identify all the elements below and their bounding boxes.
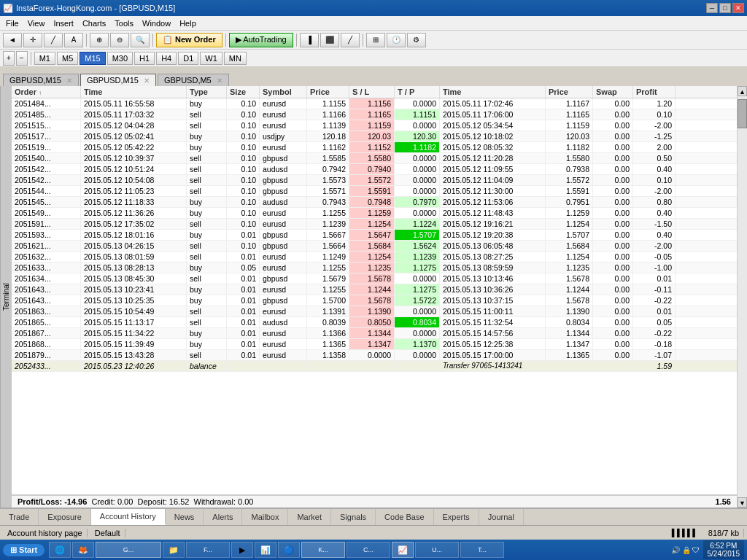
scroll-down-btn[interactable]: ▼ xyxy=(738,497,747,508)
toolbar-btn-3[interactable]: ╱ xyxy=(44,33,63,47)
taskbar-app-c[interactable]: C... xyxy=(347,542,390,558)
table-row[interactable]: 2052433... 2015.05.23 12:40:26 balance T… xyxy=(12,361,737,372)
taskbar-app-mt4[interactable]: 📈 xyxy=(392,542,414,558)
col-sl[interactable]: S / L xyxy=(349,86,395,98)
col-profit[interactable]: Profit xyxy=(633,86,676,98)
col-price2[interactable]: Price xyxy=(546,86,593,98)
taskbar-app-firefox[interactable]: 🦊 xyxy=(72,542,94,558)
table-row[interactable]: 2051517...2015.05.12 05:02:41buy0.10usdj… xyxy=(12,131,737,142)
table-row[interactable]: 2051867...2015.05.15 11:34:22buy0.01euru… xyxy=(12,328,737,339)
tf-m30[interactable]: M30 xyxy=(107,52,133,65)
tab-news[interactable]: News xyxy=(166,509,204,525)
menu-tools[interactable]: Tools xyxy=(110,18,138,29)
tf-h1[interactable]: H1 xyxy=(134,52,155,65)
table-row[interactable]: 2051865...2015.05.15 11:13:17sell0.01aud… xyxy=(12,317,737,328)
tab-mailbox[interactable]: Mailbox xyxy=(242,509,288,525)
close-tab-3-icon[interactable]: ✕ xyxy=(217,77,222,85)
tab-signals[interactable]: Signals xyxy=(331,509,376,525)
table-row[interactable]: 2051593...2015.05.12 18:01:16buy0.01gbpu… xyxy=(12,230,737,241)
chart-tab-1[interactable]: GBPUSD,M15 ✕ xyxy=(3,74,79,86)
table-row[interactable]: 2051634...2015.05.13 08:45:30sell0.01gbp… xyxy=(12,273,737,284)
settings-btn[interactable]: ⚙ xyxy=(407,33,426,47)
close-button[interactable]: ✕ xyxy=(732,3,744,13)
menu-window[interactable]: Window xyxy=(138,18,175,29)
candle-btn[interactable]: ⬛ xyxy=(320,33,339,47)
tab-experts[interactable]: Experts xyxy=(434,509,479,525)
plus-btn[interactable]: + xyxy=(3,51,15,66)
taskbar-app-t[interactable]: T... xyxy=(460,542,504,558)
tab-market[interactable]: Market xyxy=(288,509,331,525)
toolbar-btn-5[interactable]: ⊕ xyxy=(90,33,109,47)
grid-btn[interactable]: ⊞ xyxy=(366,33,385,47)
close-tab-1-icon[interactable]: ✕ xyxy=(66,77,72,85)
taskbar-app-media[interactable]: ▶ xyxy=(231,542,253,558)
toolbar-btn-6[interactable]: ⊖ xyxy=(110,33,129,47)
col-type[interactable]: Type xyxy=(187,86,227,98)
table-row[interactable]: 2051643...2015.05.13 10:25:35buy0.01gbpu… xyxy=(12,295,737,306)
col-tp[interactable]: T / P xyxy=(395,86,440,98)
chart-type-btn[interactable]: ▐ xyxy=(300,33,319,47)
table-row[interactable]: 2051545...2015.05.12 11:18:33buy0.10audu… xyxy=(12,197,737,208)
table-row[interactable]: 2051632...2015.05.13 08:01:59sell0.01eur… xyxy=(12,252,737,262)
table-row[interactable]: 2051544...2015.05.12 11:05:23sell0.10gbp… xyxy=(12,186,737,197)
col-size[interactable]: Size xyxy=(227,86,260,98)
tab-journal[interactable]: Journal xyxy=(479,509,524,525)
table-row[interactable]: 2051485...2015.05.11 17:03:32sell0.10eur… xyxy=(12,109,737,120)
autotrading-button[interactable]: ▶ AutoTrading xyxy=(229,33,293,47)
col-swap[interactable]: Swap xyxy=(593,86,633,98)
col-order[interactable]: Order ↑ xyxy=(12,86,81,98)
taskbar-app-ie[interactable]: 🌐 xyxy=(49,542,71,558)
tf-h4[interactable]: H4 xyxy=(156,52,177,65)
tf-d1[interactable]: D1 xyxy=(178,52,198,65)
menu-help[interactable]: Help xyxy=(175,18,201,29)
tab-account-history[interactable]: Account History xyxy=(91,509,166,525)
new-order-button[interactable]: 📋 New Order xyxy=(156,33,222,47)
menu-file[interactable]: File xyxy=(1,18,23,29)
col-price[interactable]: Price xyxy=(307,86,349,98)
scroll-thumb[interactable] xyxy=(738,99,747,128)
table-row[interactable]: 2051542...2015.05.12 10:54:08sell0.10gbp… xyxy=(12,175,737,186)
taskbar-app-excel[interactable]: 📊 xyxy=(255,542,276,558)
tab-code-base[interactable]: Code Base xyxy=(376,509,433,525)
tf-w1[interactable]: W1 xyxy=(200,52,222,65)
taskbar-app-main[interactable]: G... xyxy=(96,542,161,558)
col-symbol[interactable]: Symbol xyxy=(260,86,307,98)
tab-exposure[interactable]: Exposure xyxy=(39,509,90,525)
minimize-button[interactable]: ─ xyxy=(706,3,718,13)
close-tab-2-icon[interactable]: ✕ xyxy=(144,77,150,85)
scroll-up-btn[interactable]: ▲ xyxy=(738,86,747,96)
chart-tab-2[interactable]: GBPUSD,M15 ✕ xyxy=(80,74,156,86)
line-chart-btn[interactable]: ╱ xyxy=(341,33,360,47)
menu-view[interactable]: View xyxy=(23,18,50,29)
tf-m15[interactable]: M15 xyxy=(80,52,105,65)
taskbar-app-folder[interactable]: 📁 xyxy=(163,542,185,558)
toolbar-btn-7[interactable]: 🔍 xyxy=(131,33,150,47)
table-row[interactable]: 2051540...2015.05.12 10:39:37sell0.10gbp… xyxy=(12,153,737,164)
toolbar-btn-4[interactable]: A xyxy=(64,33,83,47)
toolbar-btn-2[interactable]: ✛ xyxy=(23,33,42,47)
table-row[interactable]: 2051484...2015.05.11 16:55:58buy0.10euru… xyxy=(12,98,737,109)
col-time2[interactable]: Time xyxy=(440,86,546,98)
table-row[interactable]: 2051519...2015.05.12 05:42:22buy0.10euru… xyxy=(12,142,737,153)
maximize-button[interactable]: □ xyxy=(719,3,731,13)
col-time[interactable]: Time xyxy=(81,86,187,98)
table-row[interactable]: 2051542...2015.05.12 10:51:24sell0.10aud… xyxy=(12,164,737,175)
chart-tab-3[interactable]: GBPUSD,M5 ✕ xyxy=(158,74,229,86)
taskbar-app-file[interactable]: F... xyxy=(186,542,230,558)
tab-trade[interactable]: Trade xyxy=(0,509,39,525)
tab-alerts[interactable]: Alerts xyxy=(204,509,242,525)
tf-mn[interactable]: MN xyxy=(224,52,247,65)
table-row[interactable]: 2051633...2015.05.13 08:28:13buy0.05euru… xyxy=(12,262,737,273)
table-row[interactable]: 2051591...2015.05.12 17:35:02sell0.10eur… xyxy=(12,219,737,230)
taskbar-app-u[interactable]: U... xyxy=(415,542,459,558)
tf-m1[interactable]: M1 xyxy=(34,52,55,65)
toolbar-btn-1[interactable]: ◄ xyxy=(3,33,22,47)
table-row[interactable]: 2051515...2015.05.12 04:04:28sell0.10eur… xyxy=(12,120,737,131)
clock-btn[interactable]: 🕐 xyxy=(387,33,406,47)
table-row[interactable]: 2051868...2015.05.15 11:39:49buy0.01euru… xyxy=(12,339,737,350)
table-row[interactable]: 2051643...2015.05.13 10:23:41buy0.01euru… xyxy=(12,284,737,295)
table-row[interactable]: 2051621...2015.05.13 04:26:15sell0.10gbp… xyxy=(12,241,737,252)
table-row[interactable]: 2051863...2015.05.15 10:54:49sell0.01eur… xyxy=(12,306,737,317)
tf-m5[interactable]: M5 xyxy=(57,52,78,65)
minus-btn[interactable]: − xyxy=(16,51,28,66)
